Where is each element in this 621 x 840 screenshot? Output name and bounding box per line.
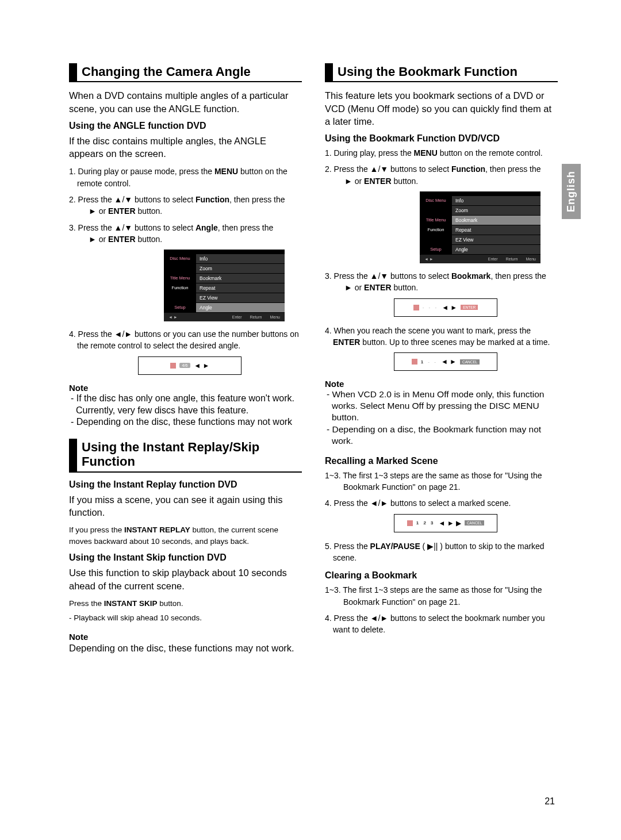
osd-left: Function xyxy=(420,225,452,235)
txt: Menu xyxy=(270,315,280,319)
intro-text: When a DVD contains multiple angles of a… xyxy=(69,89,302,115)
bookmark-icon xyxy=(407,520,413,526)
bookmark-icon xyxy=(413,305,419,310)
txt: INSTANT REPLAY xyxy=(124,526,190,534)
osd-angle-indicator: 4/6 ◄ ► xyxy=(138,356,241,375)
txt: , then press the xyxy=(490,271,546,281)
note-item: - Depending on the disc, these functions… xyxy=(69,416,302,428)
skip-step: Press the INSTANT SKIP button. xyxy=(69,598,302,609)
osd-menu-bookmark: Disc MenuInfo Zoom Title MenuBookmark Fu… xyxy=(420,191,540,263)
txt: ENTER xyxy=(333,337,360,347)
recall-step-4: 4. Press the ◄/► buttons to select a mar… xyxy=(325,497,558,509)
skip-bullet: - Playback will skip ahead 10 seconds. xyxy=(69,612,302,624)
txt: Angle xyxy=(195,223,218,232)
note-heading: Note xyxy=(325,379,558,389)
heading-instant-replay: Using the Instant Replay/Skip Function xyxy=(69,439,302,473)
txt: If you press the xyxy=(69,526,124,534)
bookmark-intro: This feature lets you bookmark sections … xyxy=(325,89,558,128)
osd-item: Info xyxy=(196,254,285,264)
txt: Menu xyxy=(526,257,536,261)
txt: 1 xyxy=(421,359,425,365)
right-column: Using the Bookmark Function This feature… xyxy=(325,63,558,660)
camera-icon xyxy=(170,363,176,369)
subheading-bookmark: Using the Bookmark Function DVD/VCD xyxy=(325,133,558,144)
note-item: - Depending on a disc, the Bookmark func… xyxy=(325,424,558,447)
page-content: Changing the Camera Angle When a DVD con… xyxy=(0,0,621,695)
step-2: 2. Press the ▲/▼ buttons to select Funct… xyxy=(69,194,302,217)
txt: INSTANT SKIP xyxy=(104,599,158,608)
bookmark-icon xyxy=(412,359,417,365)
osd-item: Repeat xyxy=(452,225,540,235)
txt: button. xyxy=(136,206,163,216)
txt: Enter xyxy=(488,257,498,261)
replay-description: If you miss a scene, you can see it agai… xyxy=(69,493,302,519)
osd-bookmark-bar-3: 1 2 3 ◄ ► ▶ CANCEL xyxy=(394,514,497,532)
txt: ENTER xyxy=(108,235,135,244)
osd-item: Angle xyxy=(452,245,540,255)
note-item: - If the disc has only one angle, this f… xyxy=(69,393,302,417)
osd-left: Disc Menu xyxy=(420,196,452,206)
skip-description: Use this function to skip playback about… xyxy=(69,566,302,592)
txt: ◄ ► xyxy=(424,257,434,261)
txt: 1. During play or pause mode, press the xyxy=(69,167,214,176)
osd-item: Bookmark xyxy=(196,274,285,283)
osd-left xyxy=(420,206,452,216)
txt: button. xyxy=(136,235,163,244)
txt: , then press the xyxy=(218,223,274,232)
step-4: 4. Press the ◄/► buttons or you can use … xyxy=(69,328,302,352)
slots: - - - xyxy=(423,305,438,310)
step-2: 2. Press the ▲/▼ buttons to select Funct… xyxy=(325,163,558,187)
txt: Enter xyxy=(232,315,242,319)
clear-step-13: 1~3. The first 1~3 steps are the same as… xyxy=(325,584,558,608)
left-column: Changing the Camera Angle When a DVD con… xyxy=(69,63,302,660)
osd-left xyxy=(164,264,196,274)
txt: ENTER xyxy=(108,206,135,216)
osd-item: EZ View xyxy=(196,293,285,303)
txt: button. Up to three scenes may be marked… xyxy=(360,337,550,347)
txt: button. xyxy=(392,177,419,186)
note-heading: Note xyxy=(69,383,302,393)
step-1: 1. During play, press the MENU button on… xyxy=(325,147,558,159)
txt: ► or xyxy=(344,283,364,292)
clear-step-4: 4. Press the ◄/► buttons to select the b… xyxy=(325,612,558,636)
angle-description: If the disc contains multiple angles, th… xyxy=(69,135,302,160)
note-heading: Note xyxy=(69,632,302,642)
osd-left xyxy=(420,235,452,245)
subheading-clear: Clearing a Bookmark xyxy=(325,570,558,581)
txt: 4. When you reach the scene you want to … xyxy=(325,326,531,335)
osd-footer: ◄ ► Enter Return Menu xyxy=(164,313,285,321)
language-tab: English xyxy=(562,164,581,219)
cancel-badge: CANCEL xyxy=(465,520,484,526)
replay-step: If you press the INSTANT REPLAY button, … xyxy=(69,524,302,547)
note-text: Depending on the disc, these functions m… xyxy=(69,642,302,654)
txt: ENTER xyxy=(364,283,391,292)
osd-left: Disc Menu xyxy=(164,254,196,264)
osd-item: Zoom xyxy=(196,264,285,274)
txt: Function xyxy=(195,195,229,204)
osd-left xyxy=(164,293,196,303)
txt: 2. Press the ▲/▼ buttons to select xyxy=(69,195,195,204)
osd-menu-angle: Disc MenuInfo Zoom Title MenuBookmark Fu… xyxy=(164,250,285,321)
osd-left: Setup xyxy=(420,245,452,255)
txt: 3. Press the ▲/▼ buttons to select xyxy=(69,223,195,232)
txt: Function xyxy=(451,164,485,174)
slots: 1 - - xyxy=(421,359,438,365)
angle-count: 4/6 xyxy=(179,363,191,368)
osd-bookmark-bar-2: 1 - - ◄ ► CANCEL xyxy=(394,352,497,371)
txt: MENU xyxy=(214,167,238,176)
txt: ◄ ► xyxy=(168,315,178,319)
txt: , then press the xyxy=(485,164,541,174)
arrows-icon: ◄ ► xyxy=(442,304,457,312)
osd-left: Setup xyxy=(164,303,196,313)
step-3: 3. Press the ▲/▼ buttons to select Angle… xyxy=(69,222,302,246)
step-1: 1. During play or pause mode, press the … xyxy=(69,166,302,189)
txt: , then press the xyxy=(229,195,285,204)
osd-item: Zoom xyxy=(452,206,540,216)
step-3: 3. Press the ▲/▼ buttons to select Bookm… xyxy=(325,270,558,294)
osd-left: Function xyxy=(164,283,196,293)
osd-item-highlighted: Bookmark xyxy=(452,216,540,225)
heading-bookmark: Using the Bookmark Function xyxy=(325,63,558,82)
cancel-badge: CANCEL xyxy=(460,359,480,365)
txt: PLAY/PAUSE xyxy=(370,542,420,551)
osd-item: EZ View xyxy=(452,235,540,245)
